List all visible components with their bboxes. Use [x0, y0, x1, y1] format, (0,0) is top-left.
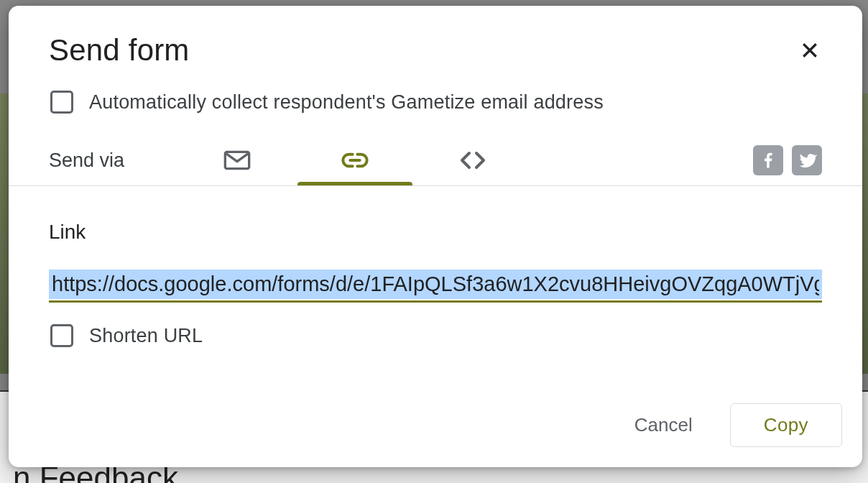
shorten-url-label: Shorten URL: [89, 325, 203, 347]
share-facebook-button[interactable]: [753, 145, 783, 175]
share-twitter-button[interactable]: [792, 145, 822, 175]
close-icon: [799, 40, 821, 61]
dialog-title: Send form: [49, 33, 190, 68]
tab-email[interactable]: [178, 137, 296, 183]
input-underline: [49, 300, 822, 303]
mail-icon: [223, 146, 251, 175]
facebook-icon: [758, 150, 778, 170]
close-button[interactable]: [798, 38, 822, 63]
copy-button[interactable]: Copy: [730, 403, 842, 447]
shorten-url-option: Shorten URL: [9, 310, 862, 347]
collect-email-checkbox[interactable]: [50, 91, 73, 114]
send-via-tabs: Send via: [9, 135, 862, 185]
link-url-input[interactable]: [49, 270, 822, 299]
collect-email-option: Automatically collect respondent's Gamet…: [9, 85, 862, 135]
dialog-header: Send form: [9, 6, 862, 85]
code-icon: [458, 146, 487, 175]
send-form-dialog: Send form Automatically collect responde…: [9, 6, 862, 467]
tab-link[interactable]: [296, 137, 414, 183]
link-section-title: Link: [49, 221, 822, 244]
collect-email-label: Automatically collect respondent's Gamet…: [89, 91, 604, 114]
tab-embed[interactable]: [414, 137, 532, 183]
link-section: Link: [9, 186, 862, 310]
link-icon: [341, 146, 369, 175]
cancel-button[interactable]: Cancel: [617, 405, 710, 445]
twitter-icon: [797, 150, 817, 170]
dialog-footer: Cancel Copy: [9, 403, 862, 467]
send-via-label: Send via: [49, 150, 149, 172]
shorten-url-checkbox[interactable]: [50, 324, 73, 347]
